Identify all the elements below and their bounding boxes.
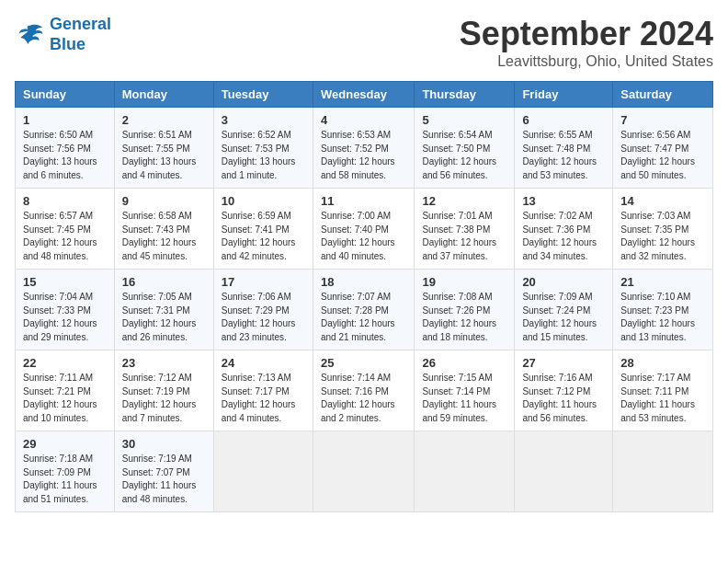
calendar-cell: 24 Sunrise: 7:13 AM Sunset: 7:17 PM Dayl… <box>213 350 313 431</box>
calendar-cell: 14 Sunrise: 7:03 AM Sunset: 7:35 PM Dayl… <box>613 189 713 270</box>
day-number: 13 <box>522 194 605 208</box>
day-info: Sunrise: 7:04 AM Sunset: 7:33 PM Dayligh… <box>23 291 107 344</box>
calendar-cell: 30 Sunrise: 7:19 AM Sunset: 7:07 PM Dayl… <box>114 431 213 512</box>
day-number: 25 <box>321 356 406 370</box>
calendar-cell: 3 Sunrise: 6:52 AM Sunset: 7:53 PM Dayli… <box>213 108 313 189</box>
calendar-cell <box>415 431 515 512</box>
calendar-cell: 25 Sunrise: 7:14 AM Sunset: 7:16 PM Dayl… <box>313 350 414 431</box>
day-number: 14 <box>620 194 705 208</box>
calendar-cell: 19 Sunrise: 7:08 AM Sunset: 7:26 PM Dayl… <box>415 270 515 350</box>
day-info: Sunrise: 7:03 AM Sunset: 7:35 PM Dayligh… <box>620 210 705 263</box>
day-number: 21 <box>620 275 705 289</box>
day-info: Sunrise: 6:54 AM Sunset: 7:50 PM Dayligh… <box>422 129 506 182</box>
day-info: Sunrise: 7:12 AM Sunset: 7:19 PM Dayligh… <box>122 372 206 425</box>
day-info: Sunrise: 7:17 AM Sunset: 7:11 PM Dayligh… <box>620 372 705 425</box>
day-number: 16 <box>122 275 206 289</box>
day-info: Sunrise: 6:58 AM Sunset: 7:43 PM Dayligh… <box>122 210 206 263</box>
calendar-cell: 27 Sunrise: 7:16 AM Sunset: 7:12 PM Dayl… <box>515 350 613 431</box>
day-info: Sunrise: 6:59 AM Sunset: 7:41 PM Dayligh… <box>222 210 305 263</box>
day-info: Sunrise: 6:56 AM Sunset: 7:47 PM Dayligh… <box>620 129 705 182</box>
day-info: Sunrise: 7:10 AM Sunset: 7:23 PM Dayligh… <box>620 291 705 344</box>
calendar-cell: 23 Sunrise: 7:12 AM Sunset: 7:19 PM Dayl… <box>114 350 213 431</box>
day-number: 11 <box>321 194 406 208</box>
calendar-week-3: 15 Sunrise: 7:04 AM Sunset: 7:33 PM Dayl… <box>16 270 713 350</box>
day-info: Sunrise: 7:18 AM Sunset: 7:09 PM Dayligh… <box>23 453 107 506</box>
day-info: Sunrise: 7:05 AM Sunset: 7:31 PM Dayligh… <box>122 291 206 344</box>
day-number: 7 <box>620 113 705 127</box>
day-number: 19 <box>422 275 506 289</box>
calendar-cell: 18 Sunrise: 7:07 AM Sunset: 7:28 PM Dayl… <box>313 270 414 350</box>
page-header: General Blue September 2024 Leavittsburg… <box>15 15 713 70</box>
day-info: Sunrise: 7:06 AM Sunset: 7:29 PM Dayligh… <box>222 291 305 344</box>
day-info: Sunrise: 7:09 AM Sunset: 7:24 PM Dayligh… <box>522 291 605 344</box>
day-info: Sunrise: 7:14 AM Sunset: 7:16 PM Dayligh… <box>321 372 406 425</box>
weekday-header-row: SundayMondayTuesdayWednesdayThursdayFrid… <box>16 82 713 108</box>
weekday-header-tuesday: Tuesday <box>213 82 313 108</box>
calendar-cell: 7 Sunrise: 6:56 AM Sunset: 7:47 PM Dayli… <box>613 108 713 189</box>
day-number: 5 <box>422 113 506 127</box>
day-number: 12 <box>422 194 506 208</box>
day-number: 9 <box>122 194 206 208</box>
day-info: Sunrise: 7:01 AM Sunset: 7:38 PM Dayligh… <box>422 210 506 263</box>
day-info: Sunrise: 6:53 AM Sunset: 7:52 PM Dayligh… <box>321 129 406 182</box>
calendar-cell: 15 Sunrise: 7:04 AM Sunset: 7:33 PM Dayl… <box>16 270 115 350</box>
calendar-cell: 10 Sunrise: 6:59 AM Sunset: 7:41 PM Dayl… <box>213 189 313 270</box>
day-number: 22 <box>23 356 107 370</box>
day-number: 3 <box>222 113 305 127</box>
day-info: Sunrise: 7:19 AM Sunset: 7:07 PM Dayligh… <box>122 453 206 506</box>
day-info: Sunrise: 7:13 AM Sunset: 7:17 PM Dayligh… <box>222 372 305 425</box>
day-info: Sunrise: 7:16 AM Sunset: 7:12 PM Dayligh… <box>522 372 605 425</box>
weekday-header-friday: Friday <box>515 82 613 108</box>
day-info: Sunrise: 7:11 AM Sunset: 7:21 PM Dayligh… <box>23 372 107 425</box>
day-number: 10 <box>222 194 305 208</box>
calendar-cell: 28 Sunrise: 7:17 AM Sunset: 7:11 PM Dayl… <box>613 350 713 431</box>
day-number: 17 <box>222 275 305 289</box>
calendar-cell <box>313 431 414 512</box>
day-number: 24 <box>222 356 305 370</box>
calendar-cell <box>515 431 613 512</box>
calendar-cell <box>213 431 313 512</box>
calendar-cell: 16 Sunrise: 7:05 AM Sunset: 7:31 PM Dayl… <box>114 270 213 350</box>
day-number: 26 <box>422 356 506 370</box>
title-block: September 2024 Leavittsburg, Ohio, Unite… <box>460 15 713 70</box>
weekday-header-wednesday: Wednesday <box>313 82 414 108</box>
calendar-week-5: 29 Sunrise: 7:18 AM Sunset: 7:09 PM Dayl… <box>16 431 713 512</box>
day-number: 6 <box>522 113 605 127</box>
calendar-cell: 29 Sunrise: 7:18 AM Sunset: 7:09 PM Dayl… <box>16 431 115 512</box>
logo-text: General Blue <box>50 15 111 54</box>
day-info: Sunrise: 7:02 AM Sunset: 7:36 PM Dayligh… <box>522 210 605 263</box>
calendar-week-2: 8 Sunrise: 6:57 AM Sunset: 7:45 PM Dayli… <box>16 189 713 270</box>
day-number: 15 <box>23 275 107 289</box>
calendar-subtitle: Leavittsburg, Ohio, United States <box>460 53 713 70</box>
calendar-cell: 13 Sunrise: 7:02 AM Sunset: 7:36 PM Dayl… <box>515 189 613 270</box>
weekday-header-sunday: Sunday <box>16 82 115 108</box>
calendar-cell: 5 Sunrise: 6:54 AM Sunset: 7:50 PM Dayli… <box>415 108 515 189</box>
day-number: 30 <box>122 437 206 451</box>
day-number: 1 <box>23 113 107 127</box>
calendar-title: September 2024 <box>460 15 713 53</box>
day-info: Sunrise: 7:08 AM Sunset: 7:26 PM Dayligh… <box>422 291 506 344</box>
calendar-cell: 1 Sunrise: 6:50 AM Sunset: 7:56 PM Dayli… <box>16 108 115 189</box>
day-number: 8 <box>23 194 107 208</box>
calendar-cell <box>613 431 713 512</box>
day-info: Sunrise: 7:15 AM Sunset: 7:14 PM Dayligh… <box>422 372 506 425</box>
calendar-cell: 9 Sunrise: 6:58 AM Sunset: 7:43 PM Dayli… <box>114 189 213 270</box>
day-info: Sunrise: 7:00 AM Sunset: 7:40 PM Dayligh… <box>321 210 406 263</box>
calendar-week-1: 1 Sunrise: 6:50 AM Sunset: 7:56 PM Dayli… <box>16 108 713 189</box>
calendar-cell: 21 Sunrise: 7:10 AM Sunset: 7:23 PM Dayl… <box>613 270 713 350</box>
calendar-week-4: 22 Sunrise: 7:11 AM Sunset: 7:21 PM Dayl… <box>16 350 713 431</box>
calendar-cell: 12 Sunrise: 7:01 AM Sunset: 7:38 PM Dayl… <box>415 189 515 270</box>
day-number: 2 <box>122 113 206 127</box>
day-info: Sunrise: 6:50 AM Sunset: 7:56 PM Dayligh… <box>23 129 107 182</box>
day-info: Sunrise: 6:52 AM Sunset: 7:53 PM Dayligh… <box>222 129 305 182</box>
calendar-cell: 6 Sunrise: 6:55 AM Sunset: 7:48 PM Dayli… <box>515 108 613 189</box>
calendar-table: SundayMondayTuesdayWednesdayThursdayFrid… <box>15 81 713 512</box>
calendar-cell: 26 Sunrise: 7:15 AM Sunset: 7:14 PM Dayl… <box>415 350 515 431</box>
day-number: 27 <box>522 356 605 370</box>
calendar-cell: 17 Sunrise: 7:06 AM Sunset: 7:29 PM Dayl… <box>213 270 313 350</box>
day-number: 20 <box>522 275 605 289</box>
day-number: 23 <box>122 356 206 370</box>
day-number: 18 <box>321 275 406 289</box>
calendar-cell: 22 Sunrise: 7:11 AM Sunset: 7:21 PM Dayl… <box>16 350 115 431</box>
day-info: Sunrise: 6:55 AM Sunset: 7:48 PM Dayligh… <box>522 129 605 182</box>
